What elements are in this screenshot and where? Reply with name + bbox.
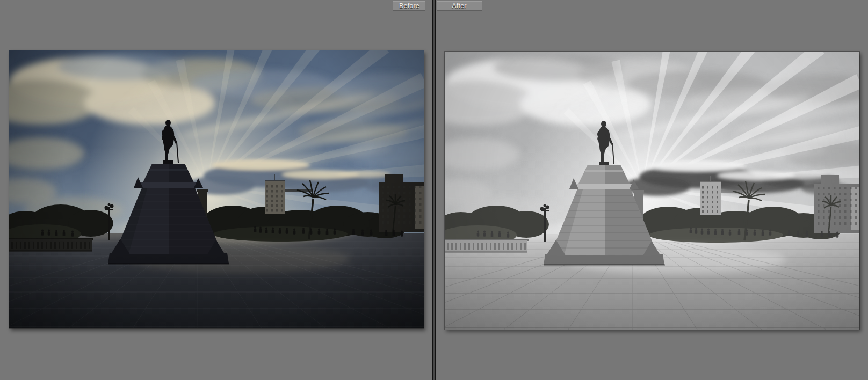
after-photo[interactable]	[445, 52, 859, 330]
compare-pane-divider[interactable]	[432, 0, 436, 380]
compare-workspace: { "compare": { "before_label": "Before",…	[0, 0, 868, 380]
before-view-label: Before	[393, 1, 425, 11]
after-view-label: After	[437, 1, 482, 11]
photo-scene	[445, 52, 859, 330]
before-photo[interactable]	[9, 50, 424, 328]
photo-scene	[9, 50, 424, 328]
